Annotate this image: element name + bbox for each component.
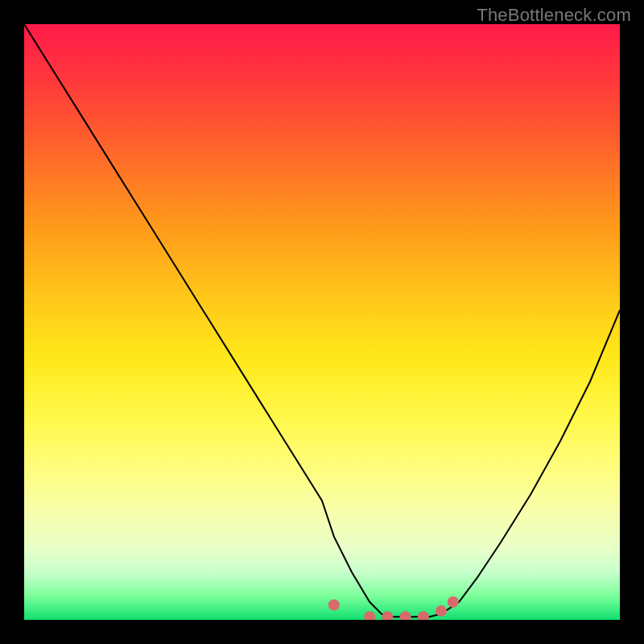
plot-area <box>24 24 620 620</box>
bottom-dot-4 <box>418 611 429 620</box>
right-edge-dot-2 <box>448 597 459 608</box>
bottom-dot-1 <box>364 611 375 620</box>
bottom-dot-2 <box>382 611 393 620</box>
watermark-text: TheBottleneck.com <box>477 5 631 26</box>
chart-stage: TheBottleneck.com <box>0 0 644 644</box>
curve-svg <box>24 24 620 620</box>
right-edge-dot-1 <box>436 605 447 617</box>
bottleneck-curve <box>24 24 620 617</box>
bottom-dot-3 <box>400 611 411 620</box>
left-edge-dot <box>328 600 340 611</box>
